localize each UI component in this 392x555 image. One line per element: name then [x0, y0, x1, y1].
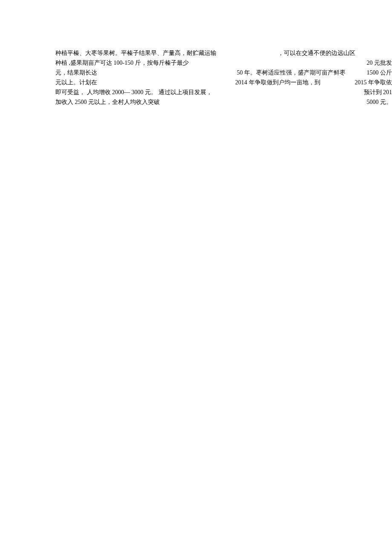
text-segment: 5000 元。: [367, 97, 392, 107]
text-segment: 2014 年争取做到户均一亩地，到: [235, 78, 320, 87]
text-segment: 即可受益， 人均增收 2000— 3000 元。 通过以上项目发展，: [55, 87, 212, 97]
text-segment: 元，结果期长达: [55, 68, 97, 78]
text-segment: 加收入 2500 元以上，全村人均收入突破: [55, 97, 160, 107]
text-segment: 预计到 201: [364, 87, 392, 97]
document-page: 种植平榛、大枣等果树。平榛子结果早、产量高，耐贮藏运输 ，可以在交通不便的边远山…: [55, 48, 392, 107]
text-segment: 50 年。枣树适应性强，盛产期可亩产鲜枣: [237, 68, 346, 78]
text-line: 加收入 2500 元以上，全村人均收入突破 5000 元。: [55, 97, 392, 107]
text-line: 即可受益， 人均增收 2000— 3000 元。 通过以上项目发展， 预计到 2…: [55, 87, 392, 97]
text-segment: 20 元批发: [367, 58, 392, 68]
text-segment: 元以上。计划在: [55, 78, 97, 87]
text-segment: 种植 ,盛果期亩产可达 100-150 斤，按每斤榛子最少: [55, 58, 189, 68]
text-line: 元，结果期长达 50 年。枣树适应性强，盛产期可亩产鲜枣 1500 公斤: [55, 68, 392, 78]
text-line: 种植平榛、大枣等果树。平榛子结果早、产量高，耐贮藏运输 ，可以在交通不便的边远山…: [55, 48, 392, 58]
text-segment: ，可以在交通不便的边远山区: [278, 48, 355, 58]
text-segment: 种植平榛、大枣等果树。平榛子结果早、产量高，耐贮藏运输: [55, 48, 216, 58]
text-line: 种植 ,盛果期亩产可达 100-150 斤，按每斤榛子最少 20 元批发: [55, 58, 392, 68]
text-segment: 1500 公斤: [367, 68, 392, 78]
text-line: 元以上。计划在 2014 年争取做到户均一亩地，到 2015 年争取依: [55, 78, 392, 87]
text-segment: 2015 年争取依: [355, 78, 392, 87]
